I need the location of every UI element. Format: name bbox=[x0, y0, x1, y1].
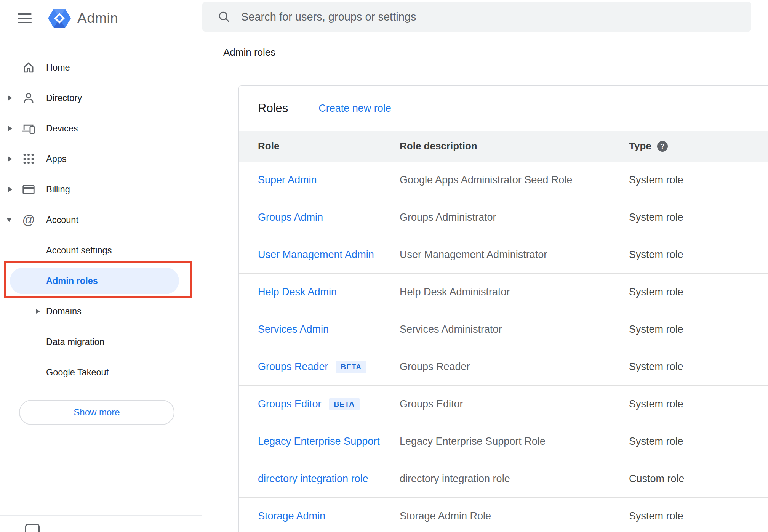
sidebar-item-label: Home bbox=[46, 62, 70, 73]
sidebar-item-label: Domains bbox=[46, 306, 82, 317]
sidebar-item-label: Account bbox=[46, 215, 78, 225]
role-cell: Groups Admin bbox=[258, 212, 400, 223]
help-icon[interactable]: ? bbox=[657, 141, 668, 152]
sidebar-item-label: Account settings bbox=[46, 245, 112, 256]
sidebar-item-label: Directory bbox=[46, 93, 82, 103]
header-divider bbox=[202, 67, 768, 67]
beta-badge: BETA bbox=[336, 361, 366, 373]
role-description: Groups Administrator bbox=[400, 212, 629, 223]
chevron-right-icon[interactable] bbox=[36, 309, 40, 314]
role-description: Legacy Enterprise Support Role bbox=[400, 436, 629, 447]
role-cell: User Management Admin bbox=[258, 249, 400, 261]
roles-table-body: Super Admin Google Apps Administrator Se… bbox=[239, 162, 768, 532]
role-link[interactable]: Services Admin bbox=[258, 324, 329, 335]
role-link[interactable]: Super Admin bbox=[258, 174, 317, 186]
column-header-role: Role bbox=[258, 140, 400, 152]
table-row: Groups Admin Groups Administrator System… bbox=[239, 199, 768, 236]
sidebar-item-label: Admin roles bbox=[46, 276, 98, 286]
role-description: Storage Admin Role bbox=[400, 510, 629, 522]
role-link[interactable]: directory integration role bbox=[258, 473, 368, 485]
admin-logo-icon bbox=[48, 8, 71, 29]
role-type: System role bbox=[629, 324, 768, 335]
sidebar-item-directory[interactable]: Directory bbox=[0, 83, 202, 113]
sidebar-item-label: Google Takeout bbox=[46, 367, 109, 378]
sidebar-item-label: Billing bbox=[46, 184, 70, 195]
sidebar-item-label: Apps bbox=[46, 154, 67, 164]
table-row: Groups Editor BETA Groups Editor System … bbox=[239, 386, 768, 423]
sidebar-item-account[interactable]: @ Account bbox=[0, 205, 202, 235]
role-cell: Storage Admin bbox=[258, 510, 400, 522]
role-cell: Legacy Enterprise Support bbox=[258, 436, 400, 447]
table-row: Help Desk Admin Help Desk Administrator … bbox=[239, 274, 768, 311]
roles-card: Roles Create new role Role Role descript… bbox=[238, 85, 768, 532]
role-type: System role bbox=[629, 212, 768, 223]
role-link[interactable]: User Management Admin bbox=[258, 249, 374, 261]
admin-console-screen: Admin Home Directory D bbox=[0, 0, 768, 532]
person-icon bbox=[21, 90, 36, 106]
roles-table-header: Role Role description Type ? bbox=[239, 131, 768, 162]
role-link[interactable]: Legacy Enterprise Support bbox=[258, 436, 380, 447]
table-row: Storage Admin Storage Admin Role System … bbox=[239, 498, 768, 532]
role-link[interactable]: Storage Admin bbox=[258, 510, 325, 522]
partial-bottom-icon bbox=[25, 524, 40, 532]
sidebar-nav: Home Directory Devices bbox=[0, 52, 202, 388]
role-link[interactable]: Groups Admin bbox=[258, 212, 323, 223]
role-description: Google Apps Administrator Seed Role bbox=[400, 174, 629, 186]
table-row: directory integration role directory int… bbox=[239, 460, 768, 498]
role-type: System role bbox=[629, 436, 768, 447]
sidebar-item-devices[interactable]: Devices bbox=[0, 113, 202, 144]
table-row: Services Admin Services Administrator Sy… bbox=[239, 311, 768, 348]
role-description: Help Desk Administrator bbox=[400, 286, 629, 298]
search-icon bbox=[218, 10, 230, 23]
role-type: System role bbox=[629, 510, 768, 522]
apps-grid-icon bbox=[21, 151, 36, 167]
role-cell: directory integration role bbox=[258, 473, 400, 485]
menu-icon[interactable] bbox=[18, 13, 32, 23]
sidebar-item-billing[interactable]: Billing bbox=[0, 174, 202, 205]
table-row: Groups Reader BETA Groups Reader System … bbox=[239, 348, 768, 386]
sidebar-item-apps[interactable]: Apps bbox=[0, 144, 202, 174]
role-link[interactable]: Help Desk Admin bbox=[258, 286, 337, 298]
role-link[interactable]: Groups Editor bbox=[258, 398, 322, 410]
devices-icon bbox=[21, 121, 36, 136]
search-bar[interactable] bbox=[202, 2, 751, 32]
breadcrumb: Admin roles bbox=[223, 46, 275, 58]
role-description: Services Administrator bbox=[400, 324, 629, 335]
role-type: System role bbox=[629, 174, 768, 186]
app-title: Admin bbox=[77, 10, 118, 26]
chevron-right-icon[interactable] bbox=[8, 126, 12, 131]
sidebar-item-label: Data migration bbox=[46, 337, 104, 347]
main-content: Admin roles Roles Create new role Role R… bbox=[202, 0, 768, 532]
role-link[interactable]: Groups Reader bbox=[258, 361, 328, 373]
sidebar: Admin Home Directory D bbox=[0, 0, 202, 532]
role-cell: Services Admin bbox=[258, 324, 400, 335]
role-type: Custom role bbox=[629, 473, 768, 485]
sidebar-item-data-migration[interactable]: Data migration bbox=[0, 327, 202, 357]
chevron-right-icon[interactable] bbox=[8, 187, 12, 192]
role-cell: Groups Editor BETA bbox=[258, 398, 400, 410]
sidebar-item-home[interactable]: Home bbox=[0, 52, 202, 83]
chevron-down-icon[interactable] bbox=[6, 218, 12, 222]
home-icon bbox=[21, 60, 36, 75]
table-row: Super Admin Google Apps Administrator Se… bbox=[239, 162, 768, 199]
brand-bar: Admin bbox=[0, 0, 118, 37]
role-type: System role bbox=[629, 249, 768, 261]
sidebar-item-label: Devices bbox=[46, 123, 78, 134]
sidebar-bottom-divider bbox=[0, 515, 202, 516]
chevron-right-icon[interactable] bbox=[8, 156, 12, 162]
sidebar-item-domains[interactable]: Domains bbox=[0, 296, 202, 327]
sidebar-item-account-settings[interactable]: Account settings bbox=[0, 235, 202, 266]
role-description: Groups Reader bbox=[400, 361, 629, 373]
roles-card-header: Roles Create new role bbox=[239, 86, 768, 131]
show-more-button[interactable]: Show more bbox=[19, 400, 174, 425]
search-input[interactable] bbox=[241, 11, 740, 23]
role-cell: Groups Reader BETA bbox=[258, 361, 400, 373]
role-cell: Super Admin bbox=[258, 174, 400, 186]
table-row: Legacy Enterprise Support Legacy Enterpr… bbox=[239, 423, 768, 460]
create-new-role-link[interactable]: Create new role bbox=[318, 103, 391, 114]
sidebar-item-admin-roles[interactable]: Admin roles bbox=[0, 266, 202, 296]
column-header-description: Role description bbox=[400, 140, 629, 152]
chevron-right-icon[interactable] bbox=[8, 95, 12, 101]
sidebar-item-google-takeout[interactable]: Google Takeout bbox=[0, 357, 202, 388]
billing-card-icon bbox=[21, 182, 36, 197]
